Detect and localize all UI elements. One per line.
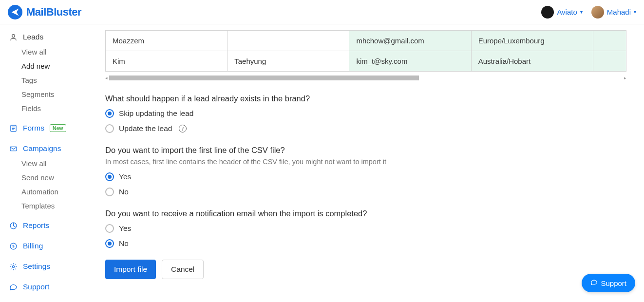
- sidebar-label: Campaigns: [23, 144, 61, 153]
- cell: kim_t@sky.com: [349, 51, 471, 72]
- radio-label: Yes: [119, 172, 131, 181]
- sidebar-item-campaigns-automation[interactable]: Automation: [0, 185, 94, 199]
- cell: [593, 51, 626, 72]
- sidebar-item-reports[interactable]: Reports: [0, 218, 94, 233]
- cell: Moazzem: [106, 31, 227, 51]
- sidebar-label: Support: [23, 283, 49, 291]
- dollar-icon: $: [9, 242, 18, 250]
- sidebar-item-leads-tags[interactable]: Tags: [0, 73, 94, 87]
- sidebar-item-support[interactable]: Support: [0, 279, 94, 295]
- sidebar-item-leads-segments[interactable]: Segments: [0, 87, 94, 101]
- org-switcher[interactable]: Aviato ▾: [541, 6, 582, 19]
- radio-icon: [105, 239, 114, 248]
- user-icon: [9, 33, 18, 41]
- scrollbar-thumb[interactable]: [109, 76, 419, 80]
- main-content: Moazzem mhchow@gmail.com Europe/Luxembou…: [94, 24, 644, 302]
- sidebar-item-campaigns[interactable]: Campaigns: [0, 141, 94, 156]
- cancel-button[interactable]: Cancel: [162, 260, 204, 279]
- sidebar: Leads View all Add new Tags Segments Fie…: [0, 24, 94, 302]
- svg-point-9: [12, 265, 14, 267]
- chart-icon: [9, 221, 18, 230]
- question-existing-lead: What should happen if a lead already exi…: [105, 94, 625, 133]
- import-file-button[interactable]: Import file: [105, 260, 156, 279]
- sidebar-label: Forms: [23, 124, 44, 132]
- table-row: Kim Taehyung kim_t@sky.com Australia/Hob…: [106, 51, 626, 72]
- sidebar-item-campaigns-sendnew[interactable]: Send new: [0, 170, 94, 185]
- radio-label: Skip updating the lead: [119, 109, 193, 118]
- user-avatar: [591, 6, 604, 19]
- chat-icon: [9, 283, 18, 291]
- sidebar-item-settings[interactable]: Settings: [0, 259, 94, 274]
- sidebar-item-billing[interactable]: $ Billing: [0, 238, 94, 254]
- radio-update-lead[interactable]: Update the lead i: [105, 124, 625, 133]
- sidebar-item-leads-viewall[interactable]: View all: [0, 45, 94, 59]
- chevron-down-icon: ▾: [634, 9, 636, 15]
- support-fab-label: Support: [601, 279, 626, 287]
- sidebar-label: Billing: [23, 242, 43, 250]
- user-menu[interactable]: Mahadi ▾: [591, 6, 636, 19]
- chevron-down-icon: ▾: [580, 9, 583, 15]
- sidebar-item-campaigns-templates[interactable]: Templates: [0, 199, 94, 213]
- sidebar-label: Reports: [23, 221, 49, 230]
- question-title: What should happen if a lead already exi…: [105, 94, 625, 103]
- table-row: Moazzem mhchow@gmail.com Europe/Luxembou…: [106, 31, 626, 51]
- cell: Europe/Luxembourg: [471, 31, 593, 51]
- scroll-right-icon: ▸: [624, 76, 626, 80]
- cell: Australia/Hobart: [471, 51, 593, 72]
- radio-label: No: [119, 239, 129, 248]
- svg-text:$: $: [12, 244, 15, 248]
- radio-firstline-yes[interactable]: Yes: [105, 172, 625, 181]
- radio-icon: [105, 224, 114, 233]
- chat-icon: [590, 279, 598, 287]
- question-import-first-line: Do you want to import the first line of …: [105, 146, 625, 196]
- cell: mhchow@gmail.com: [349, 31, 471, 51]
- scroll-left-icon: ◂: [105, 76, 108, 80]
- info-icon[interactable]: i: [179, 125, 187, 132]
- gear-icon: [9, 262, 18, 271]
- svg-point-0: [12, 34, 15, 37]
- brand-name: MailBluster: [26, 6, 81, 19]
- radio-label: Update the lead: [119, 124, 172, 133]
- sidebar-item-leads-fields[interactable]: Fields: [0, 101, 94, 115]
- brand-logo[interactable]: MailBluster: [8, 5, 81, 19]
- radio-label: No: [119, 188, 129, 196]
- new-badge: New: [50, 124, 66, 132]
- org-name: Aviato: [557, 8, 577, 16]
- radio-skip-update[interactable]: Skip updating the lead: [105, 109, 625, 118]
- app-header: MailBluster Aviato ▾ Mahadi ▾: [0, 0, 644, 24]
- radio-notify-no[interactable]: No: [105, 239, 625, 248]
- sidebar-item-leads[interactable]: Leads: [0, 29, 94, 45]
- radio-icon: [105, 109, 114, 118]
- org-avatar: [541, 6, 554, 19]
- sidebar-item-campaigns-viewall[interactable]: View all: [0, 156, 94, 170]
- brand-logo-icon: [8, 5, 22, 19]
- sidebar-label: Settings: [23, 262, 50, 271]
- radio-icon: [105, 172, 114, 181]
- radio-icon: [105, 124, 114, 133]
- cell: Taehyung: [227, 51, 349, 72]
- question-title: Do you want to import the first line of …: [105, 146, 625, 155]
- radio-icon: [105, 188, 114, 196]
- question-title: Do you want to receive a notification em…: [105, 209, 625, 218]
- horizontal-scrollbar[interactable]: ◂ ▸: [105, 75, 626, 81]
- sidebar-label: Leads: [23, 33, 43, 41]
- user-name: Mahadi: [607, 8, 631, 16]
- radio-label: Yes: [119, 224, 131, 233]
- question-notification: Do you want to receive a notification em…: [105, 209, 625, 248]
- support-fab[interactable]: Support: [582, 274, 635, 292]
- envelope-icon: [9, 144, 18, 153]
- radio-firstline-no[interactable]: No: [105, 188, 625, 196]
- question-subtitle: In most cases, first line contains the h…: [105, 158, 625, 166]
- sidebar-item-integration[interactable]: Integration: [0, 300, 94, 302]
- sidebar-item-forms[interactable]: Forms New: [0, 120, 94, 136]
- form-icon: [9, 124, 18, 132]
- cell: [593, 31, 626, 51]
- sidebar-item-leads-addnew[interactable]: Add new: [0, 59, 94, 73]
- cell: [227, 31, 349, 51]
- svg-rect-5: [10, 147, 17, 151]
- cell: Kim: [106, 51, 227, 72]
- preview-table: Moazzem mhchow@gmail.com Europe/Luxembou…: [105, 30, 626, 72]
- radio-notify-yes[interactable]: Yes: [105, 224, 625, 233]
